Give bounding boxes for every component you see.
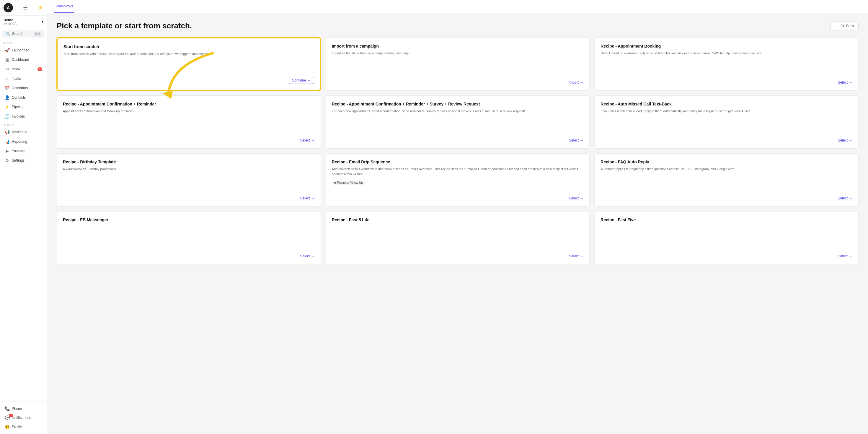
- hamburger-icon[interactable]: ☰: [23, 4, 28, 11]
- arrow-right-icon: →: [307, 78, 311, 82]
- inbox-badge: 9: [37, 67, 42, 71]
- main-area: Workflows Pick a template or start from …: [47, 0, 868, 434]
- sidebar-item-invoices[interactable]: 🧾 Invoices: [1, 112, 46, 121]
- sidebar-item-notifications[interactable]: 💬 Notifications 3: [1, 413, 46, 422]
- select-arrow-icon-8: →: [311, 254, 315, 258]
- card-action-appt-conf-reminder-survey: Select →: [332, 134, 584, 142]
- sidebar-item-tasks[interactable]: ✓ Tasks: [1, 74, 46, 83]
- select-label-fast-5-lite: Select: [569, 254, 579, 258]
- dashboard-icon: ▦: [5, 57, 9, 62]
- select-label-appt-conf-reminder-survey: Select: [569, 138, 579, 142]
- sidebar-label-dashboard: Dashboard: [12, 58, 29, 62]
- phone-icon: 📞: [5, 406, 9, 411]
- import-link[interactable]: Import →: [569, 80, 583, 85]
- tag-dot-icon: [334, 182, 336, 184]
- sidebar-item-pipeline[interactable]: ⚡ Pipeline: [1, 103, 46, 111]
- template-card-birthday-template[interactable]: Recipe - Birthday Template A workflow to…: [57, 153, 321, 206]
- sidebar-item-dashboard[interactable]: ▦ Dashboard: [1, 55, 46, 64]
- card-action-fb-messenger: Select →: [63, 249, 315, 258]
- select-link-email-drip-sequence[interactable]: Select →: [569, 196, 583, 200]
- import-label: Import: [569, 80, 579, 85]
- select-label-faq-auto-reply: Select: [838, 196, 848, 200]
- select-label-fast-five: Select: [838, 254, 848, 258]
- template-card-fb-messenger[interactable]: Recipe - FB Messenger Select →: [57, 211, 321, 264]
- select-link-fast-5-lite[interactable]: Select →: [569, 254, 583, 258]
- sidebar: A ☰ ⚡ Demo Irvine, CA ▾ 🔍 Search ⌘K Apps…: [0, 0, 47, 434]
- select-arrow-icon-10: →: [849, 254, 852, 258]
- card-action-auto-missed-call: Select →: [600, 134, 852, 142]
- card-title-import: Import from a campaign: [332, 44, 584, 49]
- apps-section-label: Apps: [0, 39, 47, 46]
- card-title-start-from-scratch: Start from scratch: [63, 44, 314, 49]
- invoices-icon: 🧾: [5, 114, 9, 119]
- select-link-appt-conf-reminder-survey[interactable]: Select →: [569, 138, 583, 142]
- bolt-icon[interactable]: ⚡: [37, 5, 43, 11]
- pipeline-icon: ⚡: [5, 105, 9, 109]
- sidebar-item-inbox[interactable]: ✉ Inbox 9: [1, 65, 46, 74]
- card-desc-start-from-scratch: Start from scratch with a fresh, clean s…: [63, 51, 314, 56]
- card-desc-faq-auto-reply: Automate replies to frequently asked que…: [600, 167, 852, 172]
- user-location: Irvine, CA: [4, 22, 17, 25]
- sidebar-label-pipeline: Pipeline: [12, 105, 25, 109]
- sidebar-item-calendars[interactable]: 📅 Calendars: [1, 84, 46, 92]
- template-card-appt-conf-reminder-survey[interactable]: Recipe - Appointment Confirmation + Remi…: [326, 95, 590, 149]
- select-link-birthday-template[interactable]: Select →: [300, 196, 314, 200]
- sidebar-item-settings[interactable]: ⚙ Settings: [1, 156, 46, 165]
- sidebar-header: A ☰ ⚡: [0, 0, 47, 16]
- select-link-fast-five[interactable]: Select →: [838, 254, 852, 258]
- card-action-import: Import →: [332, 76, 584, 85]
- sidebar-label-launchpad: Launchpad: [12, 48, 29, 52]
- search-button[interactable]: 🔍 Search ⌘K: [2, 30, 44, 37]
- sidebar-label-reporting: Reporting: [12, 140, 27, 144]
- select-arrow-icon-4: →: [849, 138, 852, 142]
- select-link-appointment-booking[interactable]: Select →: [838, 80, 852, 85]
- sidebar-item-contacts[interactable]: 👤 Contacts: [1, 93, 46, 102]
- select-link-appt-conf-reminder[interactable]: Select →: [300, 138, 314, 142]
- select-label-appt-conf-reminder: Select: [300, 138, 310, 142]
- template-card-faq-auto-reply[interactable]: Recipe - FAQ Auto Reply Automate replies…: [594, 153, 859, 206]
- select-link-faq-auto-reply[interactable]: Select →: [838, 196, 852, 200]
- select-label-birthday-template: Select: [300, 196, 310, 200]
- sidebar-item-profile[interactable]: 😊 Profile: [1, 423, 46, 431]
- card-title-appointment-booking: Recipe - Appointment Booking: [600, 44, 852, 49]
- template-card-fast-5-lite[interactable]: Recipe - Fast 5 Lite Select →: [326, 211, 590, 264]
- template-card-appointment-booking[interactable]: Recipe - Appointment Booking Detect inte…: [594, 37, 859, 91]
- card-title-fast-five: Recipe - Fast Five: [600, 218, 852, 222]
- sidebar-label-tasks: Tasks: [12, 77, 21, 81]
- template-card-auto-missed-call[interactable]: Recipe - Auto Missed Call Text-Back If y…: [594, 95, 859, 149]
- reporting-icon: 📊: [5, 139, 9, 144]
- template-card-fast-five[interactable]: Recipe - Fast Five Select →: [594, 211, 859, 264]
- sidebar-item-youtube[interactable]: ▶ Youtube: [1, 147, 46, 155]
- template-card-appt-confirmation-reminder[interactable]: Recipe - Appointment Confirmation + Remi…: [57, 95, 321, 149]
- sidebar-item-reporting[interactable]: 📊 Reporting: [1, 137, 46, 146]
- card-title-appt-conf-reminder: Recipe - Appointment Confirmation + Remi…: [63, 102, 315, 106]
- sidebar-item-phone[interactable]: 📞 Phone: [1, 404, 46, 413]
- template-grid: Start from scratch Start from scratch wi…: [57, 37, 859, 264]
- template-card-email-drip-sequence[interactable]: Recipe - Email Drip Sequence Add contact…: [326, 153, 590, 206]
- continue-button[interactable]: Continue →: [289, 77, 314, 84]
- sidebar-label-phone: Phone: [12, 407, 22, 411]
- card-desc-appointment-booking: Detect intent on customer reply to send …: [600, 51, 852, 56]
- tab-workflows[interactable]: Workflows: [54, 0, 74, 13]
- template-card-start-from-scratch[interactable]: Start from scratch Start from scratch wi…: [57, 37, 321, 91]
- sidebar-item-marketing[interactable]: 📢 Marketing: [1, 127, 46, 137]
- sidebar-label-contacts: Contacts: [12, 95, 26, 99]
- avatar: A: [4, 3, 13, 12]
- user-account-switcher[interactable]: Demo Irvine, CA ▾: [0, 16, 47, 28]
- calendars-icon: 📅: [5, 86, 9, 90]
- select-arrow-icon-7: →: [849, 196, 852, 200]
- select-link-auto-missed-call[interactable]: Select →: [838, 138, 852, 142]
- marketing-icon: 📢: [5, 130, 9, 135]
- top-nav: Workflows: [47, 0, 868, 13]
- profile-icon: 😊: [5, 425, 9, 429]
- select-label-appointment-booking: Select: [838, 80, 848, 85]
- select-label-email-drip-sequence: Select: [569, 196, 579, 200]
- select-arrow-icon-5: →: [311, 196, 315, 200]
- tasks-icon: ✓: [5, 76, 9, 81]
- go-back-button[interactable]: ← Go Back: [830, 22, 859, 30]
- template-card-import-from-campaign[interactable]: Import from a campaign Import all the st…: [326, 37, 590, 91]
- card-desc-email-drip-sequence: Add contacts to this workflow to drip th…: [332, 167, 584, 176]
- youtube-icon: ▶: [5, 149, 9, 153]
- select-link-fb-messenger[interactable]: Select →: [300, 254, 314, 258]
- sidebar-item-launchpad[interactable]: 🚀 Launchpad: [1, 46, 46, 55]
